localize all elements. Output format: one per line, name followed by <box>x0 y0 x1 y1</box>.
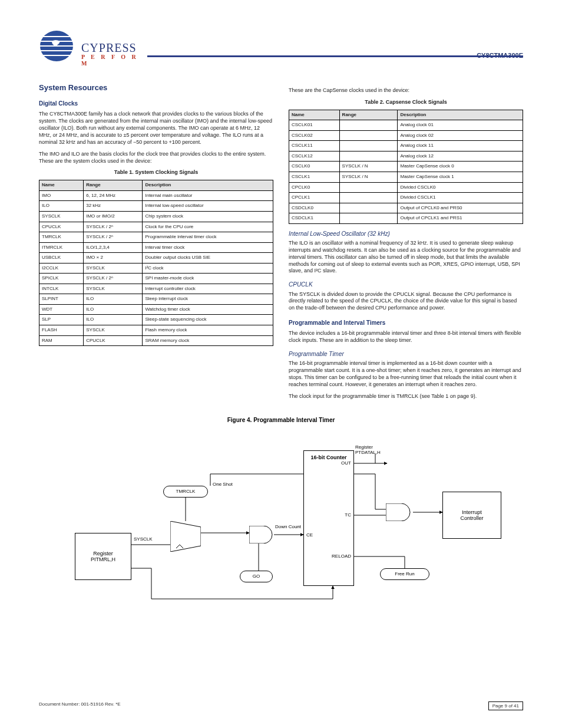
table-cell: FLASH <box>39 325 84 336</box>
port-out: OUT <box>341 460 351 466</box>
table-cell: SPI master-mode clock <box>143 274 273 284</box>
para-pt-1: The 16-bit programmable interval timer i… <box>289 360 523 388</box>
table-cell <box>339 203 398 213</box>
table-row: CSCLK11Analog clock 11 <box>289 141 523 151</box>
table-row: USBCLKIMO × 2Doubler output clocks USB S… <box>39 253 273 263</box>
table-cell: SYSCLK / 2ⁿ <box>84 222 143 232</box>
node-tmrclk: TMRCLK <box>163 486 208 498</box>
block-interrupt-controller: Interrupt Controller <box>442 492 501 539</box>
port-tc: TC <box>345 512 351 518</box>
node-freerun: Free Run <box>380 568 429 580</box>
table-cell: ILO <box>84 304 143 315</box>
table-cell <box>339 130 398 141</box>
table-cell: CSCLK11 <box>289 141 340 151</box>
th-name: Name <box>39 180 84 191</box>
para-pt-2: The clock input for the programmable tim… <box>289 393 523 400</box>
table-row: CSDCLK0Output of CPCLK0 and PRS0 <box>289 203 523 213</box>
block-16bit-counter: 16-bit Counter OUT CE RELOAD TC <box>303 450 354 586</box>
table-cell: CPUCLK <box>39 222 84 232</box>
table-row: SLPINTILOSleep interrupt clock <box>39 294 273 305</box>
table-row: CPCLK1Divided CSCLK1 <box>289 193 523 203</box>
header-rule <box>147 55 523 57</box>
part-number: CY8CTMA300E <box>477 52 523 62</box>
table-cell: SLPINT <box>39 294 84 305</box>
table-capsense-clocks: Name Range Description CSCLK01Analog clo… <box>289 110 523 224</box>
table-cell: SYSCLK / 2ⁿ <box>84 232 143 243</box>
figure-4: Figure 4. Programmable Interval Timer <box>39 417 523 614</box>
node-go: GO <box>240 571 273 582</box>
table-cell <box>339 141 398 151</box>
table-cell: TMRCLK <box>39 232 84 243</box>
heading-ilo: Internal Low-Speed Oscillator (32 kHz) <box>289 230 523 238</box>
table-cell: CSCLK02 <box>289 130 340 141</box>
table-cell: Sleep interrupt clock <box>143 294 273 305</box>
table-cell: Analog clock 12 <box>398 151 523 162</box>
table-row: CSDCLK1Output of CPCLK1 and PRS1 <box>289 213 523 224</box>
table-cell: CPUCLK <box>84 335 143 346</box>
page-footer: Document Number: 001-51916 Rev. *E Page … <box>39 701 523 710</box>
table-cell: WDT <box>39 304 84 315</box>
th-desc: Description <box>143 180 273 191</box>
table-cell: SYSCLK / 2ⁿ <box>84 274 143 284</box>
table-cell: ITMRCLK <box>39 242 84 253</box>
table-cell: CPCLK0 <box>289 182 340 193</box>
heading-programmable-timer: Programmable Timer <box>289 350 523 358</box>
port-ce: CE <box>306 532 313 538</box>
table-cell: CSCLK1 <box>289 172 340 183</box>
table-cell: INTCLK <box>39 284 84 294</box>
page-header: CYPRESS P E R F O R M CY8CTMA300E <box>39 29 523 62</box>
table-row: CSCLK12Analog clock 12 <box>289 151 523 162</box>
table-row: FLASHSYSCLKFlash memory clock <box>39 325 273 336</box>
table-cell: Analog clock 02 <box>398 130 523 141</box>
table-row: ILO32 kHzInternal low-speed oscillator <box>39 201 273 212</box>
th-range: Range <box>339 110 398 120</box>
heading-cpuclk: CPUCLK <box>289 281 523 288</box>
table-cell: ILO <box>39 201 84 212</box>
table1-caption: Table 1. System Clocking Signals <box>39 169 273 176</box>
heading-system-resources: System Resources <box>39 83 273 93</box>
port-reload: RELOAD <box>332 554 351 559</box>
table-cell: SYSCLK / N <box>339 172 398 183</box>
heading-digital-clocks: Digital Clocks <box>39 100 273 107</box>
table-cell: RAM <box>39 335 84 346</box>
label-sysclk: SYSCLK <box>134 536 153 542</box>
table-cell: SYSCLK / N <box>339 162 398 172</box>
table-cell <box>339 151 398 162</box>
table-cell: Sleep-state sequencing clock <box>143 315 273 325</box>
table-row: CSCLK01Analog clock 01 <box>289 120 523 131</box>
th-desc: Description <box>398 110 523 120</box>
para-ilo: The ILO is an oscillator with a nominal … <box>289 240 523 275</box>
table-row: I2CCLKSYSCLKI²C clock <box>39 263 273 274</box>
label-oneshot: One Shot <box>213 482 233 487</box>
table-cell <box>339 193 398 203</box>
table-row: TMRCLKSYSCLK / 2ⁿProgrammable interval t… <box>39 232 273 243</box>
table-cell: ILO <box>84 315 143 325</box>
table-cell <box>339 120 398 131</box>
para-digital-clocks-2: The IMO and ILO are the basis clocks for… <box>39 151 273 165</box>
table-cell: SLP <box>39 315 84 325</box>
table-cell: I2CCLK <box>39 263 84 274</box>
table-cell: CSDCLK0 <box>289 203 340 213</box>
table-cell: CSCLK01 <box>289 120 340 131</box>
th-name: Name <box>289 110 340 120</box>
table-cell: USBCLK <box>39 253 84 263</box>
label-downcount: Down Count <box>275 524 301 529</box>
figure-caption: Figure 4. Programmable Interval Timer <box>39 417 523 423</box>
table-row: CPUCLKSYSCLK / 2ⁿClock for the CPU core <box>39 222 273 232</box>
brand-name: CYPRESS <box>81 41 143 55</box>
table-cell: Flash memory clock <box>143 325 273 336</box>
table-cell: CPCLK1 <box>289 193 340 203</box>
table-cell: Analog clock 01 <box>398 120 523 131</box>
para-cpuclk: The SYSCLK is divided down to provide th… <box>289 291 523 312</box>
para-prog-timers: The device includes a 16-bit programmabl… <box>289 330 523 344</box>
table-row: SLPILOSleep-state sequencing clock <box>39 315 273 325</box>
table-cell: Internal main oscillator <box>143 190 273 201</box>
table2-caption: Table 2. Capsense Clock Signals <box>289 99 523 106</box>
table-row: RAMCPUCLKSRAM memory clock <box>39 335 273 346</box>
brand-logo: CYPRESS P E R F O R M <box>39 29 143 62</box>
table-cell <box>339 182 398 193</box>
label-register-ptdatal: Register PTDATAL,H <box>355 444 381 455</box>
table-cell: IMO <box>39 190 84 201</box>
table-cell: Internal low-speed oscillator <box>143 201 273 212</box>
table-cell: Analog clock 11 <box>398 141 523 151</box>
